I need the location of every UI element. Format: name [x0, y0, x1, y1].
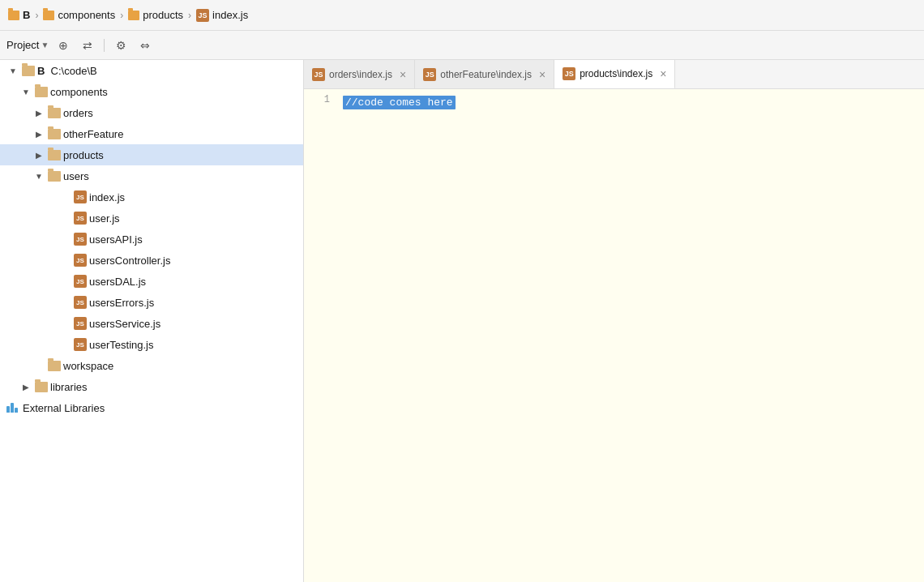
folder-icon	[35, 87, 48, 97]
breadcrumb-sep-3: ›	[188, 10, 191, 21]
chevron-right-icon	[19, 380, 32, 393]
tree-item-usersservice-js[interactable]: JS usersService.js	[0, 313, 303, 334]
line-number-1: 1	[304, 94, 330, 105]
tree-label-user-js: user.js	[89, 212, 120, 225]
bar-2	[11, 403, 14, 413]
tree-item-usersdal-js[interactable]: JS usersDAL.js	[0, 271, 303, 292]
tab-otherfeature-label: otherFeature\index.js	[440, 69, 532, 80]
tree-item-components[interactable]: components	[0, 81, 303, 102]
tree-item-user-js[interactable]: JS user.js	[0, 208, 303, 229]
js-file-icon: JS	[563, 67, 575, 80]
js-file-icon: JS	[74, 254, 87, 267]
js-file-icon: JS	[74, 190, 87, 203]
folder-icon	[8, 11, 19, 20]
bar-1	[6, 406, 10, 413]
dropdown-arrow: ▼	[41, 41, 49, 49]
tree-label-orders: orders	[63, 107, 93, 119]
chevron-right-icon	[32, 127, 45, 140]
breadcrumb-file-label: index.js	[212, 9, 248, 21]
locate-button[interactable]: ⊕	[53, 36, 73, 55]
tree-label-users: users	[63, 170, 89, 182]
breadcrumb-components-label: components	[58, 9, 115, 21]
tree-label-usersdal-js: usersDAL.js	[89, 276, 146, 288]
root-label: B C:\code\B	[37, 65, 97, 77]
editor-tabs: JS orders\index.js × JS otherFeature\ind…	[304, 60, 924, 89]
tree-item-usersapi-js[interactable]: JS usersAPI.js	[0, 229, 303, 250]
external-libraries-label: External Libraries	[23, 402, 105, 414]
bar-3	[15, 408, 18, 413]
tree-item-index-js[interactable]: JS index.js	[0, 186, 303, 208]
chevron-down-icon	[32, 169, 45, 182]
editor-content[interactable]: 1 //code comes here	[304, 89, 924, 582]
tree-label-userserrors-js: usersErrors.js	[89, 297, 154, 309]
folder-icon	[22, 66, 35, 76]
expand-button[interactable]: ⇔	[135, 36, 155, 55]
content-area: B C:\code\B components orders otherFeatu…	[0, 60, 924, 582]
toolbar: Project ▼ ⊕ ⇄ ⚙ ⇔	[0, 31, 924, 60]
tree-item-usertesting-js[interactable]: JS userTesting.js	[0, 334, 303, 355]
settings-button[interactable]: ⚙	[111, 36, 130, 55]
external-libraries-icon	[6, 403, 18, 413]
js-file-icon: JS	[74, 275, 87, 288]
toolbar-separator	[104, 39, 105, 52]
tab-otherfeature-close[interactable]: ×	[539, 69, 545, 80]
folder-icon	[48, 150, 61, 160]
editor-area: JS orders\index.js × JS otherFeature\ind…	[304, 60, 924, 582]
folder-icon	[35, 382, 48, 392]
tab-orders-label: orders\index.js	[329, 69, 392, 80]
folder-icon	[48, 129, 61, 139]
tree-label-usertesting-js: userTesting.js	[89, 339, 153, 351]
chevron-down-icon	[6, 64, 19, 77]
tab-orders[interactable]: JS orders\index.js ×	[304, 60, 415, 88]
external-libraries[interactable]: External Libraries	[0, 397, 303, 418]
code-selected-text: //code comes here	[343, 96, 456, 109]
chevron-right-icon	[32, 106, 45, 119]
js-file-icon: JS	[312, 68, 325, 81]
tree-root[interactable]: B C:\code\B	[0, 60, 303, 81]
breadcrumb-sep-1: ›	[35, 10, 38, 21]
chevron-down-icon	[19, 85, 32, 98]
file-tree-sidebar: B C:\code\B components orders otherFeatu…	[0, 60, 304, 582]
tree-label-usersservice-js: usersService.js	[89, 318, 160, 330]
scroll-from-source-button[interactable]: ⇄	[78, 36, 97, 55]
tree-item-userscontroller-js[interactable]: JS usersController.js	[0, 250, 303, 271]
breadcrumb-components[interactable]: components	[43, 9, 115, 21]
folder-icon	[43, 11, 54, 20]
tree-item-workspace[interactable]: workspace	[0, 355, 303, 376]
tab-products-close[interactable]: ×	[660, 68, 666, 79]
tab-otherfeature[interactable]: JS otherFeature\index.js ×	[415, 60, 554, 88]
js-file-icon: JS	[74, 296, 87, 309]
tree-label-workspace: workspace	[63, 360, 113, 372]
tree-label-libraries: libraries	[50, 381, 88, 393]
tab-products[interactable]: JS products\index.js ×	[554, 60, 675, 89]
tree-item-otherfeature[interactable]: otherFeature	[0, 123, 303, 144]
code-area[interactable]: //code comes here	[336, 89, 924, 582]
folder-icon	[48, 171, 61, 182]
breadcrumb-products[interactable]: products	[128, 9, 183, 21]
tree-item-orders[interactable]: orders	[0, 102, 303, 123]
breadcrumb-root[interactable]: B	[8, 9, 30, 21]
breadcrumb-products-label: products	[143, 9, 183, 21]
tree-label-otherfeature: otherFeature	[63, 128, 123, 140]
tree-item-libraries[interactable]: libraries	[0, 376, 303, 397]
js-file-icon: JS	[196, 9, 209, 22]
main-layout: Project ▼ ⊕ ⇄ ⚙ ⇔ B C:\code\B components	[0, 31, 924, 582]
tree-label-index-js: index.js	[89, 191, 125, 203]
chevron-right-icon	[32, 148, 45, 161]
tree-item-users[interactable]: users	[0, 165, 303, 186]
tab-orders-close[interactable]: ×	[400, 69, 406, 80]
line-numbers: 1	[304, 89, 336, 582]
breadcrumb-file[interactable]: JS index.js	[196, 9, 248, 22]
js-file-icon: JS	[74, 212, 87, 225]
tab-products-label: products\index.js	[580, 68, 652, 79]
breadcrumb: B › components › products › JS index.js	[0, 0, 924, 31]
project-dropdown[interactable]: Project ▼	[6, 39, 49, 51]
breadcrumb-sep-2: ›	[120, 10, 123, 21]
tree-item-userserrors-js[interactable]: JS usersErrors.js	[0, 292, 303, 313]
js-file-icon: JS	[74, 338, 87, 351]
tree-item-products[interactable]: products	[0, 144, 303, 165]
project-label: Project	[6, 39, 39, 51]
folder-icon	[48, 361, 61, 371]
folder-icon	[48, 108, 61, 118]
js-file-icon: JS	[423, 68, 436, 81]
